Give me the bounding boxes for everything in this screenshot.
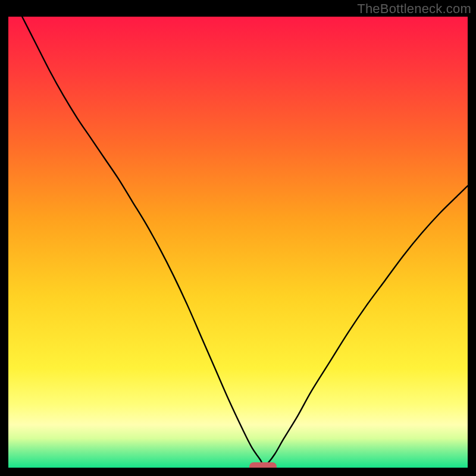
- min-marker: [249, 462, 277, 468]
- watermark-text: TheBottleneck.com: [357, 1, 471, 17]
- chart-frame: TheBottleneck.com: [0, 0, 476, 476]
- plot-svg: [8, 17, 468, 468]
- gradient-background: [8, 17, 468, 468]
- plot-area: [8, 17, 468, 468]
